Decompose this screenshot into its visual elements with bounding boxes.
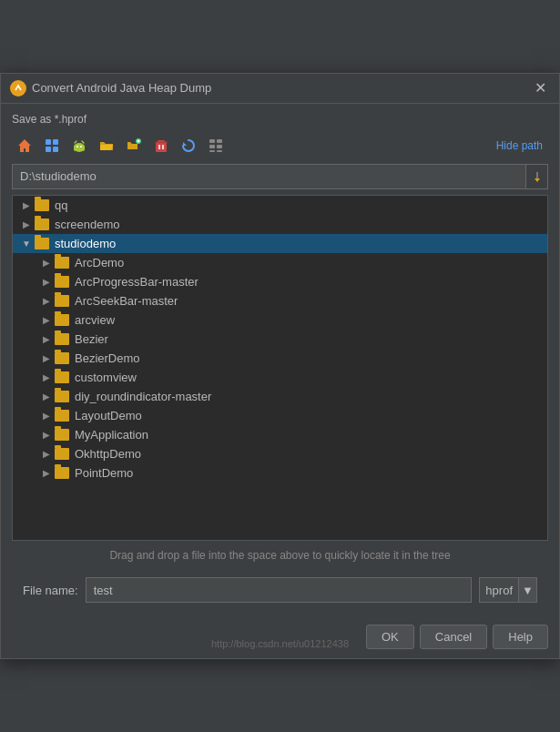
folder-icon-bezierdemo xyxy=(55,352,69,364)
svg-point-8 xyxy=(76,146,78,147)
cancel-button[interactable]: Cancel xyxy=(420,625,487,649)
tree-item-qq[interactable]: ▶ qq xyxy=(13,196,547,215)
folder-icon-okhttp xyxy=(55,448,69,460)
hide-path-button[interactable]: Hide path xyxy=(491,137,548,154)
folder-icon-pointdemo xyxy=(55,467,69,479)
tree-label-screendemo: screendemo xyxy=(55,218,120,231)
svg-rect-2 xyxy=(46,139,51,145)
folder-icon-bezier xyxy=(55,333,69,345)
svg-rect-26 xyxy=(217,150,222,152)
tree-item-customview[interactable]: ▶ customview xyxy=(13,368,547,387)
ext-dropdown-button[interactable]: ▼ xyxy=(518,578,536,602)
tree-item-arcprogressbar[interactable]: ▶ ArcProgressBar-master xyxy=(13,272,547,291)
view-button[interactable] xyxy=(39,133,65,158)
delete-button[interactable] xyxy=(148,133,174,158)
tree-item-arcseekbar[interactable]: ▶ ArcSeekBar-master xyxy=(13,291,547,310)
tree-item-bezierdemo[interactable]: ▶ BezierDemo xyxy=(13,349,547,368)
dialog-icon xyxy=(10,80,26,97)
svg-rect-25 xyxy=(209,150,215,152)
tree-item-myapp[interactable]: ▶ MyApplication xyxy=(13,425,547,444)
tree-label-myapp: MyApplication xyxy=(75,428,148,442)
file-name-label: File name: xyxy=(23,584,78,597)
tree-arrow-bezier: ▶ xyxy=(40,332,53,345)
tree-arrow-pointdemo: ▶ xyxy=(40,466,53,479)
svg-rect-4 xyxy=(46,147,51,152)
grid-view-button[interactable] xyxy=(203,133,229,158)
ext-label: hprof xyxy=(480,584,518,597)
tree-label-diy: diy_roundindicator-master xyxy=(75,390,211,403)
help-button[interactable]: Help xyxy=(493,625,548,649)
tree-item-layoutdemo[interactable]: ▶ LayoutDemo xyxy=(13,406,547,425)
drag-hint: Drag and drop a file into the space abov… xyxy=(12,541,548,571)
tree-item-arcdemo[interactable]: ▶ ArcDemo xyxy=(13,253,547,272)
folder-icon-studiodemo xyxy=(35,238,49,249)
svg-rect-15 xyxy=(156,142,167,152)
refresh-button[interactable] xyxy=(176,133,201,158)
tree-label-arcseekbar: ArcSeekBar-master xyxy=(75,294,178,308)
tree-label-customview: customview xyxy=(75,371,137,384)
svg-rect-21 xyxy=(209,139,215,143)
svg-point-9 xyxy=(80,146,82,147)
dialog-window: Convert Android Java Heap Dump ✕ Save as… xyxy=(0,73,560,660)
svg-rect-3 xyxy=(53,139,58,145)
action-buttons: http://blog.csdn.net/u01212438 OK Cancel… xyxy=(1,619,559,658)
tree-item-bezier[interactable]: ▶ Bezier xyxy=(13,330,547,349)
save-label: Save as *.hprof xyxy=(12,113,548,126)
tree-label-arcprogressbar: ArcProgressBar-master xyxy=(75,275,199,289)
close-button[interactable]: ✕ xyxy=(531,79,550,97)
tree-label-bezierdemo: BezierDemo xyxy=(75,351,140,365)
title-bar: Convert Android Java Heap Dump ✕ xyxy=(1,74,559,104)
tree-item-diy[interactable]: ▶ diy_roundindicator-master xyxy=(13,387,547,406)
tree-label-layoutdemo: LayoutDemo xyxy=(75,409,142,422)
svg-line-11 xyxy=(82,141,84,143)
ok-button[interactable]: OK xyxy=(366,625,414,649)
svg-rect-24 xyxy=(217,145,222,148)
tree-arrow-myapp: ▶ xyxy=(40,428,53,441)
watermark: http://blog.csdn.net/u01212438 xyxy=(211,638,349,649)
tree-arrow-bezierdemo: ▶ xyxy=(40,351,53,364)
file-tree[interactable]: ▶ qq ▶ screendemo ▼ studiodemo ▶ ArcDemo xyxy=(12,195,548,541)
tree-arrow-arcseekbar: ▶ xyxy=(40,294,53,307)
tree-label-studiodemo: studiodemo xyxy=(55,237,116,250)
folder-icon-screendemo xyxy=(35,219,49,230)
tree-item-pointdemo[interactable]: ▶ PointDemo xyxy=(13,463,547,483)
tree-label-bezier: Bezier xyxy=(75,332,108,346)
dialog-body: Save as *.hprof xyxy=(1,104,559,620)
svg-marker-20 xyxy=(183,142,187,146)
android-button[interactable] xyxy=(66,133,92,158)
tree-arrow-arcprogressbar: ▶ xyxy=(40,275,53,288)
tree-arrow-layoutdemo: ▶ xyxy=(40,409,53,422)
svg-marker-27 xyxy=(535,178,540,182)
path-input[interactable] xyxy=(13,169,525,183)
tree-label-arcdemo: ArcDemo xyxy=(75,256,124,269)
tree-arrow-screendemo: ▶ xyxy=(20,218,33,230)
folder-icon-arcprogressbar xyxy=(55,276,69,288)
folder-icon-arcdemo xyxy=(55,257,69,269)
svg-rect-7 xyxy=(74,145,85,151)
folder-icon-customview xyxy=(55,371,69,383)
home-button[interactable] xyxy=(12,133,37,158)
svg-line-10 xyxy=(75,141,76,143)
tree-item-studiodemo[interactable]: ▼ studiodemo xyxy=(13,234,547,253)
file-name-input[interactable] xyxy=(86,577,473,603)
tree-arrow-diy: ▶ xyxy=(40,390,53,402)
open-folder-button[interactable] xyxy=(94,133,119,158)
folder-icon-myapp xyxy=(55,429,69,441)
tree-arrow-arcview: ▶ xyxy=(40,313,53,326)
toolbar: Hide path xyxy=(12,133,548,158)
ext-select-wrap: hprof ▼ xyxy=(479,577,537,603)
tree-item-screendemo[interactable]: ▶ screendemo xyxy=(13,215,547,234)
tree-label-okhttp: OkhttpDemo xyxy=(75,447,141,461)
svg-marker-1 xyxy=(18,139,31,152)
svg-rect-23 xyxy=(209,145,215,148)
tree-label-qq: qq xyxy=(55,198,67,212)
path-dropdown-button[interactable] xyxy=(525,165,547,188)
tree-arrow-qq: ▶ xyxy=(20,198,33,211)
tree-item-arcview[interactable]: ▶ arcview xyxy=(13,310,547,330)
folder-icon-qq xyxy=(35,199,49,211)
dialog-title: Convert Android Java Heap Dump xyxy=(32,81,525,95)
new-folder-button[interactable] xyxy=(121,133,147,158)
tree-label-arcview: arcview xyxy=(75,313,115,327)
tree-item-okhttp[interactable]: ▶ OkhttpDemo xyxy=(13,444,547,463)
folder-icon-arcseekbar xyxy=(55,295,69,307)
